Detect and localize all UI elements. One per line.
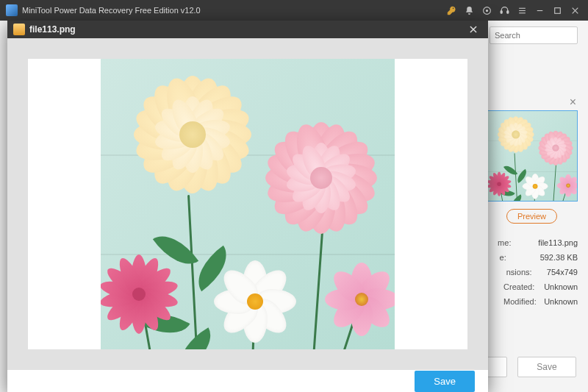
search-input[interactable] (490, 26, 578, 44)
app-title: MiniTool Power Data Recovery Free Editio… (22, 6, 201, 15)
bg-secondary-button[interactable] (487, 357, 507, 377)
disc-icon[interactable] (478, 0, 495, 21)
support-icon[interactable] (495, 0, 513, 21)
svg-point-1 (486, 10, 487, 11)
modal-close-icon[interactable] (465, 21, 482, 38)
modal-footer: Save (7, 370, 488, 392)
preview-button[interactable]: Preview (506, 209, 557, 224)
minimize-button[interactable] (531, 0, 548, 21)
notification-icon[interactable] (460, 0, 478, 21)
menu-icon[interactable] (513, 0, 531, 21)
modal-body (7, 38, 488, 370)
image-frame (28, 59, 467, 349)
meta-name: me: file113.png (498, 238, 578, 247)
modal-title: file113.png (29, 24, 76, 35)
panel-close-icon[interactable]: × (570, 96, 576, 109)
meta-dimensions: nsions: 754x749 (506, 268, 578, 277)
close-button[interactable] (566, 0, 584, 21)
modal-header: file113.png (7, 21, 488, 38)
meta-created: Created: Unknown (503, 282, 578, 291)
svg-rect-2 (501, 10, 502, 13)
image-content (101, 59, 395, 349)
svg-rect-8 (554, 7, 560, 13)
maximize-button[interactable] (548, 0, 566, 21)
title-bar: MiniTool Power Data Recovery Free Editio… (0, 0, 588, 21)
bg-save-button[interactable]: Save (517, 357, 576, 377)
app-logo-icon (6, 4, 18, 16)
svg-rect-3 (506, 10, 508, 13)
preview-thumbnail[interactable] (487, 110, 578, 202)
license-key-icon[interactable] (442, 0, 460, 21)
meta-size: e: 592.38 KB (500, 253, 578, 262)
file-icon (13, 24, 25, 35)
save-button[interactable]: Save (415, 371, 475, 392)
meta-modified: Modified: Unknown (503, 297, 578, 306)
preview-modal: file113.png Save (7, 21, 488, 392)
